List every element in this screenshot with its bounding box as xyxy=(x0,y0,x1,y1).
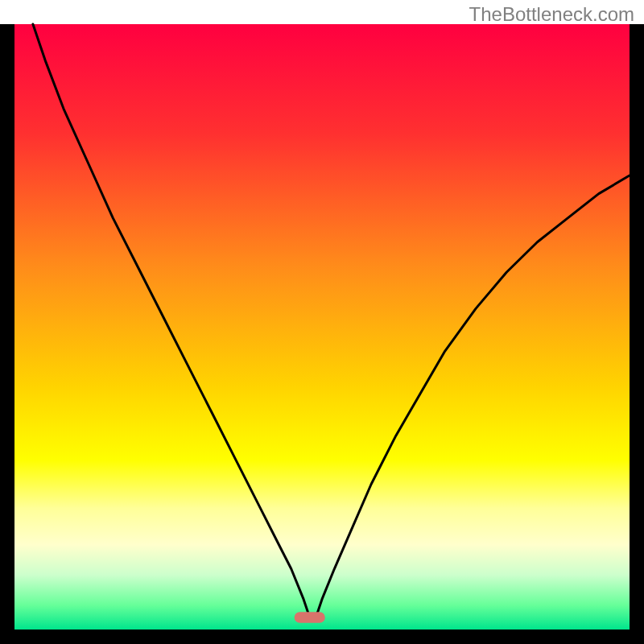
axis-bottom xyxy=(0,630,644,644)
chart-container: TheBottleneck.com xyxy=(0,0,644,644)
optimal-marker xyxy=(295,612,325,623)
bottleneck-chart xyxy=(0,0,644,644)
watermark-text: TheBottleneck.com xyxy=(469,3,634,26)
axis-left xyxy=(0,24,14,644)
chart-background xyxy=(14,24,630,630)
axis-right xyxy=(630,24,644,644)
